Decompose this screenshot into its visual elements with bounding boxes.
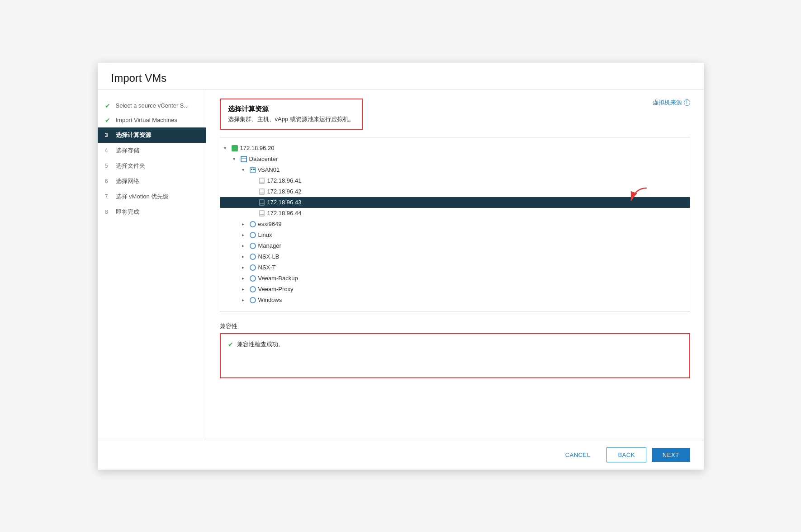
expand-arrow-windows: ▸ [242,297,247,302]
compat-check-icon: ✔ [228,341,233,348]
svg-rect-12 [260,211,264,216]
sidebar-item-step8[interactable]: 8 即将完成 [98,204,206,220]
nsx-lb-icon [249,253,256,260]
tree-item-host42[interactable]: ▸ 172.18.96.42 [220,186,690,197]
compatibility-section: 兼容性 ✔ 兼容性检查成功。 [220,322,690,378]
svg-rect-2 [250,168,256,172]
tree-label-root: 172.18.96.20 [240,145,275,151]
sidebar: ✔ Select a source vCenter S... ✔ Import … [98,89,206,440]
sidebar-item-step2[interactable]: ✔ Import Virtual Machines [98,113,206,127]
tree-label-host42: 172.18.96.42 [267,188,302,195]
info-icon: i [684,99,690,106]
tree-item-linux[interactable]: ▸ Linux [220,230,690,240]
tree-item-vsan[interactable]: ▾ vSAN01 [220,165,690,175]
import-vms-dialog: Import VMs ✔ Select a source vCenter S..… [98,63,704,470]
expand-arrow-veeam-backup: ▸ [242,276,247,281]
dialog-footer: CANCEL BACK NEXT [98,440,704,470]
tree-label-host44: 172.18.96.44 [267,210,302,217]
host42-icon [258,188,265,195]
host43-icon [258,199,265,206]
tree-label-vsan: vSAN01 [258,166,280,173]
step-header-desc: 选择集群、主机、vApp 或资源池来运行虚拟机。 [228,115,355,123]
tree-item-host41[interactable]: ▸ 172.18.96.41 [220,175,690,186]
dialog-title: Import VMs [111,72,690,85]
sidebar-item-label-3: 选择计算资源 [116,131,151,139]
tree-label-manager: Manager [258,242,281,249]
sidebar-item-step7[interactable]: 7 选择 vMotion 优先级 [98,189,206,204]
sidebar-item-step1[interactable]: ✔ Select a source vCenter S... [98,99,206,113]
step-num-4: 4 [105,147,112,154]
tree-label-windows: Windows [258,297,282,303]
main-content: 选择计算资源 选择集群、主机、vApp 或资源池来运行虚拟机。 虚拟机来源 i … [206,89,704,440]
sidebar-item-label-7: 选择 vMotion 优先级 [116,193,169,201]
svg-rect-0 [241,156,246,162]
dialog-header: Import VMs [98,63,704,89]
step-header-box: 选择计算资源 选择集群、主机、vApp 或资源池来运行虚拟机。 [220,99,363,130]
expand-arrow-vsan: ▾ [242,167,247,172]
expand-arrow-nsx-t: ▸ [242,265,247,270]
sidebar-item-step6[interactable]: 6 选择网络 [98,174,206,189]
compat-label: 兼容性 [220,322,690,330]
cancel-button[interactable]: CANCEL [555,448,602,462]
vm-source-link[interactable]: 虚拟机来源 i [653,99,690,107]
tree-label-linux: Linux [258,231,272,238]
tree-item-windows[interactable]: ▸ Windows [220,295,690,306]
svg-rect-3 [251,169,252,170]
tree-label-host41: 172.18.96.41 [267,177,302,184]
sidebar-item-label-4: 选择存储 [116,146,139,155]
svg-rect-4 [253,169,255,170]
manager-icon [249,242,256,250]
tree-item-host43[interactable]: ▸ 172.18.96.43 [220,197,690,208]
tree-item-datacenter[interactable]: ▾ Datacenter [220,154,690,165]
tree-label-veeam-backup: Veeam-Backup [258,275,298,282]
step-num-6: 6 [105,178,112,184]
sidebar-item-step4[interactable]: 4 选择存储 [98,143,206,158]
tree-label-esxi9649: esxi9649 [258,221,282,227]
expand-arrow-nsx-lb: ▸ [242,254,247,259]
tree-label-host43: 172.18.96.43 [267,199,302,206]
expand-arrow-esxi9649: ▸ [242,221,247,226]
tree-item-nsx-lb[interactable]: ▸ NSX-LB [220,251,690,262]
tree-item-veeam-backup[interactable]: ▸ Veeam-Backup [220,273,690,284]
expand-arrow-dc: ▾ [233,156,238,161]
datacenter-icon [240,155,247,163]
tree-panel[interactable]: ▾ 172.18.96.20 ▾ Datacenter ▾ [220,137,690,311]
tree-item-esxi9649[interactable]: ▸ esxi9649 [220,219,690,230]
tree-label-nsx-lb: NSX-LB [258,253,280,260]
tree-item-veeam-proxy[interactable]: ▸ Veeam-Proxy [220,284,690,295]
cluster-icon [249,166,256,174]
svg-rect-7 [260,189,264,194]
server-icon [231,145,238,152]
tree-row-host43-wrapper: ▸ 172.18.96.43 [220,197,690,208]
sidebar-item-step5[interactable]: 5 选择文件夹 [98,158,206,174]
sidebar-item-label-1: Select a source vCenter S... [116,102,189,109]
back-button[interactable]: BACK [607,447,646,462]
tree-item-host44[interactable]: ▸ 172.18.96.44 [220,208,690,219]
tree-label-veeam-proxy: Veeam-Proxy [258,286,294,292]
nsx-t-icon [249,264,256,271]
step-num-8: 8 [105,208,112,215]
expand-arrow-veeam-proxy: ▸ [242,287,247,292]
compat-success-row: ✔ 兼容性检查成功。 [228,340,682,348]
step-num-3: 3 [105,132,112,138]
sidebar-item-label-2: Import Virtual Machines [116,117,177,123]
host44-icon [258,210,265,217]
sidebar-item-label-5: 选择文件夹 [116,162,145,170]
svg-rect-10 [260,200,264,205]
sidebar-item-step3[interactable]: 3 选择计算资源 [98,127,206,143]
esxi9649-icon [249,221,256,228]
step-header-row: 选择计算资源 选择集群、主机、vApp 或资源池来运行虚拟机。 虚拟机来源 i [220,99,690,130]
step-num-7: 7 [105,193,112,200]
expand-arrow-manager: ▸ [242,243,247,248]
veeam-proxy-icon [249,286,256,293]
next-button[interactable]: NEXT [652,448,690,462]
sidebar-item-label-6: 选择网络 [116,177,139,185]
step-header-title: 选择计算资源 [228,105,355,113]
compat-box: ✔ 兼容性检查成功。 [220,333,690,378]
expand-arrow-root: ▾ [224,146,229,151]
tree-item-root[interactable]: ▾ 172.18.96.20 [220,143,690,154]
check-icon-1: ✔ [105,102,112,109]
svg-rect-5 [260,178,264,184]
tree-item-manager[interactable]: ▸ Manager [220,240,690,251]
tree-item-nsx-t[interactable]: ▸ NSX-T [220,262,690,273]
